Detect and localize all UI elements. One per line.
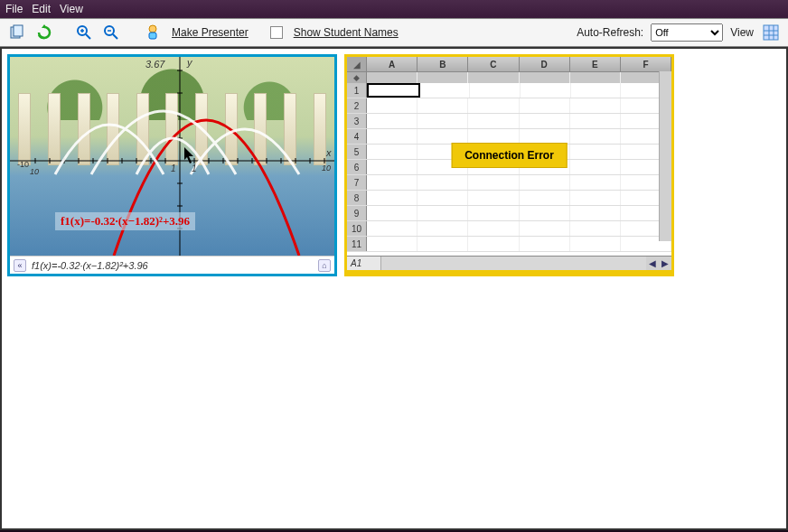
view-label: View <box>730 26 754 39</box>
toolbar: Make Presenter Show Student Names Auto-R… <box>0 18 788 47</box>
menu-bar: File Edit View <box>0 0 788 18</box>
spreadsheet-column-headers: ◢ A B C D E F <box>347 57 671 72</box>
scroll-right-icon[interactable]: ▶ <box>659 257 671 270</box>
graph-view: 3.67 y x -10 10 10 1 1 f1(x)=-0.32·(x−1.… <box>10 57 334 256</box>
footer-equation: f1(x)=-0.32·(x−1.82)²+3.96 <box>32 260 148 271</box>
menu-edit[interactable]: Edit <box>32 3 51 15</box>
auto-refresh-select[interactable]: Off <box>651 23 723 42</box>
presenter-icon[interactable] <box>145 23 164 42</box>
graph-panel-footer: « f1(x)=-0.32·(x−1.82)²+3.96 ⌂ <box>10 256 334 274</box>
col-header-e[interactable]: E <box>570 57 621 71</box>
refresh-icon[interactable] <box>34 23 54 42</box>
svg-point-9 <box>149 25 156 33</box>
equation-label: f1(x)=-0.32·(x−1.82)²+3.96 <box>55 212 195 230</box>
menu-file[interactable]: File <box>5 3 23 15</box>
auto-refresh-label: Auto-Refresh: <box>577 26 643 39</box>
screen-panel-graph[interactable]: 3.67 y x -10 10 10 1 1 f1(x)=-0.32·(x−1.… <box>7 54 337 276</box>
y-axis-label: y <box>186 57 193 68</box>
x-min-neg: -10 <box>17 160 29 169</box>
screen-panel-spreadsheet[interactable]: ◢ A B C D E F ◆ 1 2 3 4 5 6 7 8 <box>344 54 674 276</box>
make-presenter-link[interactable]: Make Presenter <box>172 26 249 39</box>
zoom-out-icon[interactable] <box>101 23 121 42</box>
spreadsheet-view: ◢ A B C D E F ◆ 1 2 3 4 5 6 7 8 <box>347 57 671 256</box>
col-header-b[interactable]: B <box>417 57 468 71</box>
next-page-icon[interactable]: ⌂ <box>318 259 331 272</box>
show-student-names-link[interactable]: Show Student Names <box>294 26 399 39</box>
svg-text:1: 1 <box>171 163 176 173</box>
svg-line-3 <box>86 34 90 39</box>
horizontal-scrollbar[interactable] <box>381 257 646 270</box>
vertical-scrollbar[interactable] <box>659 71 671 241</box>
spreadsheet-body: ◆ 1 2 3 4 5 6 7 8 9 10 11 Connection Err… <box>347 72 671 256</box>
prev-page-icon[interactable]: « <box>14 259 26 272</box>
menu-view[interactable]: View <box>60 3 83 15</box>
view-grid-icon[interactable] <box>761 23 781 42</box>
col-header-d[interactable]: D <box>520 57 570 71</box>
capture-icon[interactable] <box>7 23 27 42</box>
x-min-pos: 10 <box>30 167 39 176</box>
spreadsheet-footer: A1 ◀ ▶ <box>347 256 671 270</box>
cell-reference: A1 <box>347 257 381 270</box>
x-max: 10 <box>322 163 331 173</box>
svg-rect-11 <box>764 25 778 40</box>
svg-rect-10 <box>149 33 156 39</box>
scroll-left-icon[interactable]: ◀ <box>646 257 659 270</box>
col-header-c[interactable]: C <box>468 57 519 71</box>
show-names-checkbox[interactable] <box>270 26 283 39</box>
zoom-in-icon[interactable] <box>74 23 94 42</box>
connection-error-banner: Connection Error <box>451 143 568 168</box>
svg-line-7 <box>113 34 117 39</box>
y-top-value: 3.67 <box>145 59 165 70</box>
tick-one: 1 <box>192 163 197 173</box>
cell-a1[interactable] <box>367 83 420 98</box>
sheet-corner[interactable]: ◢ <box>347 57 367 71</box>
content-area: 3.67 y x -10 10 10 1 1 f1(x)=-0.32·(x−1.… <box>0 47 788 530</box>
col-header-a[interactable]: A <box>367 57 417 71</box>
col-header-f[interactable]: F <box>621 57 671 71</box>
x-axis-label: x <box>325 147 332 158</box>
svg-rect-1 <box>14 25 23 36</box>
